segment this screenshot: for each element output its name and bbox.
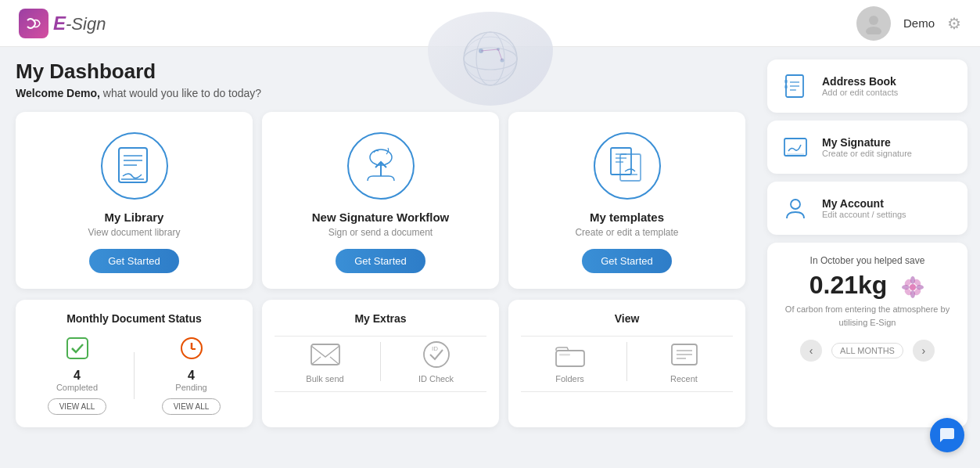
bulk-send-icon (308, 340, 343, 369)
pending-count: 4 (188, 369, 195, 383)
view-divider (626, 342, 627, 381)
card-view: View Folders (508, 300, 745, 427)
svg-point-11 (866, 27, 881, 34)
svg-point-50 (791, 200, 800, 209)
logo-icon (19, 9, 48, 38)
completed-view-all-button[interactable]: VIEW ALL (48, 398, 107, 415)
extra-bulk-send[interactable]: Bulk send (275, 340, 375, 383)
pending-view-all-button[interactable]: VIEW ALL (162, 398, 221, 415)
card-library: My Library View document library Get Sta… (16, 112, 253, 289)
completed-icon (65, 336, 90, 365)
extras-separator (275, 336, 486, 337)
user-name: Demo (903, 16, 935, 30)
workflow-subtitle: Sign or send a document (328, 227, 433, 238)
carbon-next-button[interactable]: › (913, 340, 935, 362)
view-recent[interactable]: Recent (635, 340, 733, 383)
settings-icon[interactable]: ⚙ (947, 14, 961, 33)
pending-label: Pending (175, 383, 206, 392)
welcome-suffix: what would you like to do today? (103, 87, 261, 99)
extras-divider (380, 342, 381, 381)
chat-button[interactable] (930, 418, 964, 452)
folders-label: Folders (555, 374, 584, 383)
completed-count: 4 (74, 369, 81, 383)
view-separator2 (521, 391, 733, 392)
status-divider (134, 352, 135, 399)
signature-text: My Signature Create or edit signature (822, 136, 912, 158)
signature-title: My Signature (822, 136, 912, 149)
view-row: Folders Recent (521, 340, 733, 383)
sidebar-my-account[interactable]: My Account Edit account / settings (767, 182, 967, 235)
workflow-icon (346, 131, 416, 201)
header-right: Demo ⚙ (856, 6, 961, 41)
folders-icon (553, 340, 587, 369)
header: E-Sign Demo ⚙ (0, 0, 980, 47)
templates-icon (592, 131, 662, 201)
address-book-text: Address Book Add or edit contacts (822, 75, 898, 97)
svg-rect-44 (784, 85, 788, 88)
id-check-label: ID Check (418, 374, 454, 383)
svg-rect-36 (556, 351, 584, 366)
recent-icon (667, 340, 702, 369)
library-title: My Library (105, 211, 164, 224)
welcome-text: Welcome Demo, what would you like to do … (16, 87, 745, 99)
extras-title: My Extras (275, 312, 486, 325)
chat-icon (938, 426, 957, 445)
templates-title: My templates (590, 211, 664, 224)
extra-id-check[interactable]: ID ID Check (386, 340, 486, 383)
top-cards-row: My Library View document library Get Sta… (16, 112, 745, 289)
carbon-intro: In October you helped save (780, 255, 955, 266)
status-completed: 4 Completed VIEW ALL (28, 336, 126, 415)
address-book-icon (780, 70, 811, 102)
signature-icon (780, 131, 811, 163)
signature-subtitle: Create or edit signature (822, 149, 912, 158)
carbon-card: In October you helped save 0.21kg (767, 243, 967, 427)
logo: E-Sign (19, 9, 106, 38)
address-book-subtitle: Add or edit contacts (822, 88, 898, 97)
svg-line-33 (330, 357, 339, 365)
svg-line-32 (311, 357, 321, 365)
extras-row: Bulk send ID ID Check (275, 340, 486, 383)
content-area: My Dashboard Welcome Demo, what would yo… (0, 47, 761, 440)
sidebar-my-signature[interactable]: My Signature Create or edit signature (767, 121, 967, 174)
sidebar-address-book[interactable]: Address Book Add or edit contacts (767, 59, 967, 113)
status-pending: 4 Pending VIEW ALL (142, 336, 240, 415)
svg-rect-37 (559, 354, 570, 356)
page-title: My Dashboard (16, 59, 745, 84)
card-templates: My templates Create or edit a template G… (508, 112, 745, 289)
carbon-all-months[interactable]: ALL MONTHS (831, 343, 903, 358)
view-folders[interactable]: Folders (521, 340, 619, 383)
svg-point-20 (594, 133, 660, 199)
svg-rect-27 (67, 338, 88, 358)
templates-subtitle: Create or edit a template (575, 227, 678, 238)
svg-text:ID: ID (432, 345, 438, 352)
bulk-send-label: Bulk send (306, 374, 343, 383)
logo-text: E-Sign (53, 13, 106, 34)
right-sidebar: Address Book Add or edit contacts My Sig… (761, 47, 980, 440)
address-book-title: Address Book (822, 75, 898, 88)
recent-label: Recent (670, 374, 698, 383)
account-subtitle: Edit account / settings (822, 210, 906, 219)
carbon-nav: ‹ ALL MONTHS › (780, 340, 955, 362)
svg-point-51 (910, 284, 916, 290)
extras-separator2 (275, 391, 486, 392)
status-row: 4 Completed VIEW ALL (28, 336, 240, 415)
monthly-status-title: Monthly Document Status (28, 312, 240, 325)
welcome-name: Welcome Demo, (16, 87, 100, 99)
workflow-get-started-button[interactable]: Get Started (336, 249, 425, 273)
completed-label: Completed (56, 383, 98, 392)
account-title: My Account (822, 197, 906, 210)
card-monthly-status: Monthly Document Status 4 Completed VIEW… (16, 300, 253, 427)
svg-rect-21 (611, 148, 631, 175)
svg-point-10 (869, 16, 878, 25)
account-text: My Account Edit account / settings (822, 197, 906, 219)
view-separator (521, 336, 733, 337)
svg-rect-43 (784, 80, 788, 83)
card-workflow: New Signature Workflow Sign or send a do… (262, 112, 499, 289)
library-get-started-button[interactable]: Get Started (89, 249, 178, 273)
templates-get-started-button[interactable]: Get Started (582, 249, 671, 273)
id-check-icon: ID (419, 340, 454, 369)
flower-icon (900, 275, 925, 300)
svg-point-4 (464, 32, 517, 85)
carbon-prev-button[interactable]: ‹ (800, 340, 822, 362)
globe-decoration (412, 8, 569, 110)
